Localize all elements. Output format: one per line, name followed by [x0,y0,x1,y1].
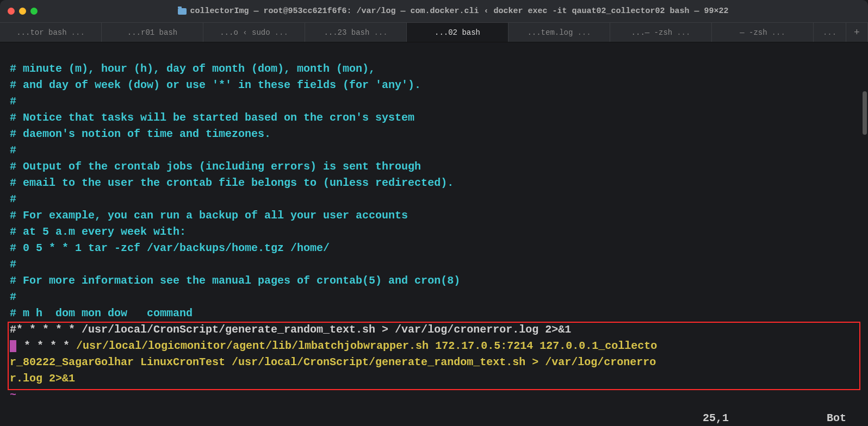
scroll-position: Bot [827,412,846,424]
tab-23-bash[interactable]: ...23 bash ... [305,23,407,42]
minimize-icon[interactable] [19,8,26,15]
cron-command: /usr/local/logicmonitor/agent/lib/lmbatc… [70,340,657,352]
cron-comment-line: # Output of the crontab jobs (including … [10,160,421,173]
tab-tem-log[interactable]: ...tem.log ... [509,23,610,42]
scrollbar[interactable] [863,91,867,135]
new-tab-button[interactable]: + [846,23,868,42]
tab-tor-bash[interactable]: ...tor bash ... [0,23,102,42]
cron-command: r_80222_SagarGolhar LinuxCronTest /usr/l… [10,356,656,368]
maximize-icon[interactable] [30,8,38,15]
cron-comment-line: # daemon's notion of time and timezones. [10,128,271,140]
cron-comment-line: # [10,291,16,303]
cron-comment-line: # [10,144,16,156]
cron-comment-line: # [10,95,16,108]
tabbar: ...tor bash ... ...r01 bash ...o ‹ sudo … [0,23,868,42]
cron-comment-line: # [10,193,16,205]
tab-sudo[interactable]: ...o ‹ sudo ... [203,23,305,42]
terminal-body[interactable]: # minute (m), hour (h), day of month (do… [0,42,868,410]
tab-r01-bash[interactable]: ...r01 bash [102,23,203,42]
tab-overflow[interactable]: ... [814,23,846,42]
cron-comment-line: # For more information see the manual pa… [10,274,460,287]
cron-command: r.log 2>&1 [10,372,75,385]
cron-stars: * * * * [17,340,70,352]
cron-comment-line: # minute (m), hour (h), day of month (do… [10,62,375,75]
close-icon[interactable] [8,8,15,15]
tab-zsh-2[interactable]: — -zsh ... [712,23,814,42]
traffic-lights [8,8,38,15]
vim-tilde: ~ [10,389,16,401]
vim-statusbar: 25,1 Bot [0,410,868,426]
window-title-text: collectorImg — root@953cc621f6f6: /var/l… [190,7,728,16]
commented-cron-job: #* * * * * /usr/local/CronScript/generat… [10,323,571,336]
cron-comment-line: # email to the user the crontab file bel… [10,177,454,189]
window-title: collectorImg — root@953cc621f6f6: /var/l… [46,7,860,16]
cursor-position: 25,1 [703,412,729,424]
cron-comment-line: # [10,258,16,271]
cron-comment-line: # Notice that tasks will be started base… [10,111,414,124]
cursor-icon [10,340,16,352]
tab-zsh-1[interactable]: ...— -zsh ... [610,23,712,42]
cron-comment-line: # m h dom mon dow command [10,307,193,320]
titlebar[interactable]: collectorImg — root@953cc621f6f6: /var/l… [0,0,868,23]
cron-comment-line: # 0 5 * * 1 tar -zcf /var/backups/home.t… [10,242,330,254]
folder-icon [178,8,187,15]
cron-comment-line: # For example, you can run a backup of a… [10,209,408,222]
cron-comment-line: # and day of week (dow) or use '*' in th… [10,79,421,91]
cron-comment-line: # at 5 a.m every week with: [10,225,186,238]
tab-02-bash[interactable]: ...02 bash [407,23,509,42]
terminal-window: collectorImg — root@953cc621f6f6: /var/l… [0,0,868,426]
